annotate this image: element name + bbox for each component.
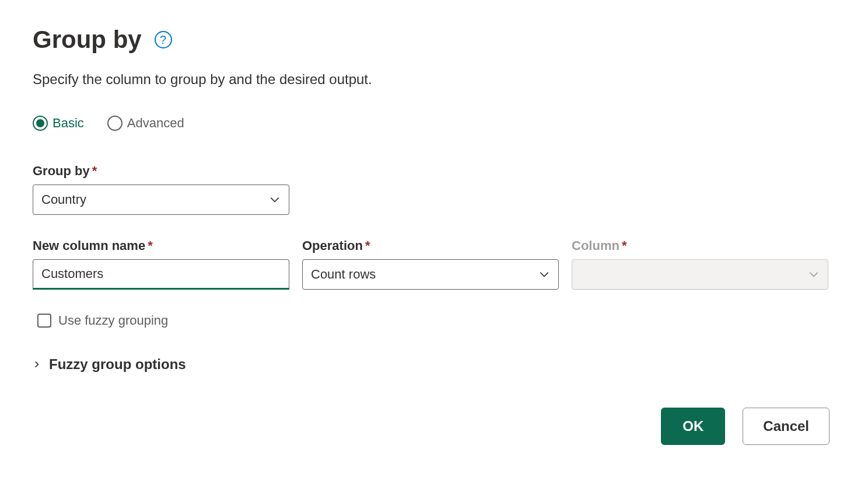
ok-button[interactable]: OK <box>661 408 725 445</box>
fuzzy-options-expander[interactable]: Fuzzy group options <box>33 356 835 373</box>
group-by-value: Country <box>41 192 86 207</box>
radio-selected-icon <box>33 116 48 131</box>
radio-unselected-icon <box>107 116 123 131</box>
mode-radio-group: Basic Advanced <box>33 116 835 131</box>
chevron-down-icon <box>808 269 820 280</box>
checkbox-icon <box>37 314 51 328</box>
radio-advanced-label: Advanced <box>127 116 184 131</box>
required-asterisk: * <box>365 238 370 253</box>
group-by-field: Group by* Country <box>33 164 835 215</box>
radio-basic-label: Basic <box>52 116 84 131</box>
operation-label: Operation* <box>302 238 559 253</box>
aggregation-row: New column name* Operation* Count rows C… <box>33 238 835 290</box>
radio-basic[interactable]: Basic <box>33 116 84 131</box>
group-by-dropdown[interactable]: Country <box>33 185 289 215</box>
help-icon[interactable]: ? <box>155 31 172 48</box>
radio-advanced[interactable]: Advanced <box>107 116 184 131</box>
dialog-subtitle: Specify the column to group by and the d… <box>33 71 835 88</box>
chevron-down-icon <box>538 269 550 280</box>
new-column-input[interactable] <box>33 259 289 290</box>
dialog-footer: OK Cancel <box>33 408 835 445</box>
chevron-right-icon <box>33 360 41 368</box>
column-field: Column* <box>572 238 828 290</box>
operation-value: Count rows <box>311 267 376 282</box>
column-dropdown <box>572 259 828 290</box>
dialog-title: Group by <box>33 26 142 54</box>
new-column-label: New column name* <box>33 238 289 253</box>
fuzzy-grouping-checkbox[interactable]: Use fuzzy grouping <box>33 313 835 328</box>
fuzzy-options-label: Fuzzy group options <box>49 356 186 373</box>
required-asterisk: * <box>622 238 627 253</box>
title-row: Group by ? <box>33 26 835 54</box>
required-asterisk: * <box>92 164 97 178</box>
operation-field: Operation* Count rows <box>302 238 559 290</box>
new-column-field: New column name* <box>33 238 289 290</box>
group-by-label: Group by* <box>33 164 835 179</box>
chevron-down-icon <box>269 194 281 206</box>
operation-dropdown[interactable]: Count rows <box>302 259 559 290</box>
required-asterisk: * <box>148 238 153 253</box>
column-label: Column* <box>572 238 828 253</box>
group-by-dialog: Group by ? Specify the column to group b… <box>0 0 868 445</box>
fuzzy-grouping-label: Use fuzzy grouping <box>58 313 168 328</box>
cancel-button[interactable]: Cancel <box>743 408 830 445</box>
